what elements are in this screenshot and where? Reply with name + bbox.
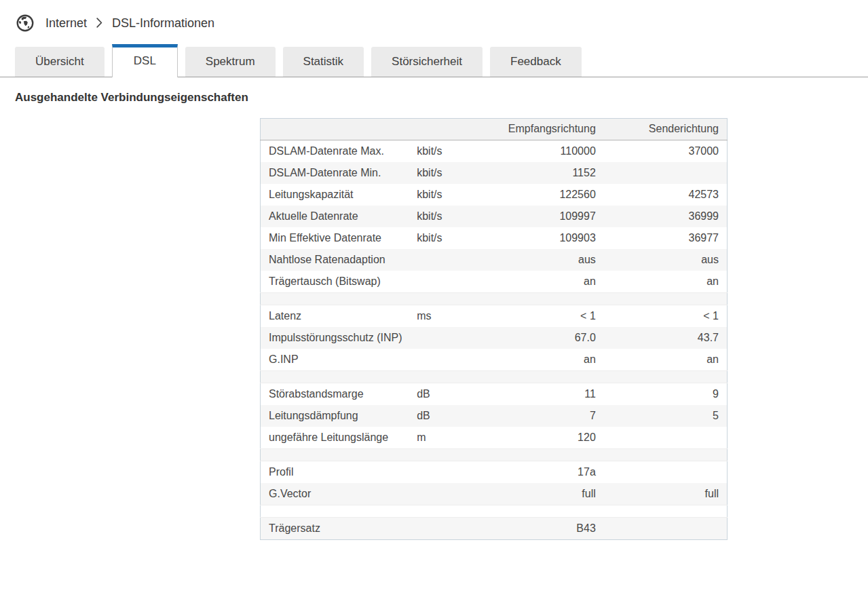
separator-cell [415, 505, 468, 518]
table-row: StörabstandsmargedB119 [261, 383, 728, 406]
row-value-tx [604, 162, 728, 184]
row-value-rx: 109903 [468, 227, 604, 249]
table-row: Trägertausch (Bitswap)anan [261, 271, 728, 293]
row-unit [415, 483, 468, 505]
row-label: Nahtlose Ratenadaption [261, 249, 416, 271]
row-value-rx: 7 [468, 405, 604, 427]
separator-cell [415, 449, 468, 461]
separator-cell [468, 505, 604, 518]
tab-bar: ÜbersichtDSLSpektrumStatistikStörsicherh… [0, 44, 868, 77]
separator-cell [261, 505, 416, 518]
separator-cell [604, 293, 728, 305]
column-header-parameter [261, 119, 416, 140]
separator-cell [415, 371, 468, 383]
table-row: Impulsstörungsschutz (INP)67.043.7 [261, 327, 728, 349]
row-unit [415, 461, 468, 484]
row-value-rx: 120 [468, 427, 604, 449]
row-value-tx: 5 [604, 405, 728, 427]
row-label: DSLAM-Datenrate Max. [261, 140, 416, 163]
table-row: Nahtlose Ratenadaptionausaus [261, 249, 728, 271]
separator-row [261, 505, 728, 518]
tab-spektrum[interactable]: Spektrum [185, 47, 276, 77]
breadcrumb: Internet DSL-Informationen [0, 0, 868, 32]
separator-cell [468, 449, 604, 461]
row-unit [415, 349, 468, 371]
table-row: Profil17a [261, 461, 728, 484]
table-row: G.Vectorfullfull [261, 483, 728, 505]
row-label: ungefähre Leitungslänge [261, 427, 416, 449]
row-value-rx: 122560 [468, 184, 604, 206]
row-value-tx: < 1 [604, 305, 728, 328]
table-header-row: Empfangsrichtung Senderichtung [261, 119, 728, 140]
row-value-rx: an [468, 271, 604, 293]
row-value-rx: aus [468, 249, 604, 271]
row-label: Min Effektive Datenrate [261, 227, 416, 249]
row-label: DSLAM-Datenrate Min. [261, 162, 416, 184]
row-value-rx: < 1 [468, 305, 604, 328]
row-value-tx [604, 427, 728, 449]
table-row: Aktuelle Datenratekbit/s10999736999 [261, 206, 728, 227]
row-value-rx: 109997 [468, 206, 604, 227]
separator-cell [604, 505, 728, 518]
tab-uebersicht[interactable]: Übersicht [15, 47, 105, 77]
row-label: Leitungsdämpfung [261, 405, 416, 427]
row-value-rx: 11 [468, 383, 604, 406]
separator-row [261, 371, 728, 383]
row-value-tx: an [604, 349, 728, 371]
row-label: Trägertausch (Bitswap) [261, 271, 416, 293]
row-unit: dB [415, 405, 468, 427]
separator-cell [261, 371, 416, 383]
row-unit: ms [415, 305, 468, 328]
row-unit: kbit/s [415, 184, 468, 206]
tab-statistik[interactable]: Statistik [283, 47, 364, 77]
tab-stoersicherheit[interactable]: Störsicherheit [371, 47, 483, 77]
table-row: Min Effektive Datenratekbit/s10990336977 [261, 227, 728, 249]
table-row: DSLAM-Datenrate Min.kbit/s1152 [261, 162, 728, 184]
row-value-tx [604, 518, 728, 540]
row-value-tx [604, 461, 728, 484]
tab-feedback[interactable]: Feedback [490, 47, 582, 77]
page: Internet DSL-Informationen ÜbersichtDSLS… [0, 0, 868, 540]
table-row: DSLAM-Datenrate Max.kbit/s11000037000 [261, 140, 728, 163]
row-unit [415, 327, 468, 349]
row-value-tx: 42573 [604, 184, 728, 206]
row-label: Leitungskapazität [261, 184, 416, 206]
separator-row [261, 449, 728, 461]
row-label: Störabstandsmarge [261, 383, 416, 406]
column-header-empfangsrichtung: Empfangsrichtung [468, 119, 604, 140]
table-row: TrägersatzB43 [261, 518, 728, 540]
row-label: G.Vector [261, 483, 416, 505]
row-value-tx: 37000 [604, 140, 728, 163]
row-unit [415, 518, 468, 540]
row-value-rx: 67.0 [468, 327, 604, 349]
separator-cell [261, 449, 416, 461]
table-row: LeitungsdämpfungdB75 [261, 405, 728, 427]
separator-cell [604, 371, 728, 383]
breadcrumb-item-internet[interactable]: Internet [45, 16, 87, 31]
row-value-rx: 110000 [468, 140, 604, 163]
row-unit: kbit/s [415, 140, 468, 163]
row-label: Trägersatz [261, 518, 416, 540]
row-unit: kbit/s [415, 162, 468, 184]
row-value-tx: 43.7 [604, 327, 728, 349]
row-value-tx: 36977 [604, 227, 728, 249]
separator-cell [604, 449, 728, 461]
row-label: G.INP [261, 349, 416, 371]
row-label: Aktuelle Datenrate [261, 206, 416, 227]
table-row: Leitungskapazitätkbit/s12256042573 [261, 184, 728, 206]
breadcrumb-item-dsl-informationen: DSL-Informationen [112, 16, 214, 31]
globe-icon [16, 14, 34, 32]
row-label: Impulsstörungsschutz (INP) [261, 327, 416, 349]
row-value-tx: aus [604, 249, 728, 271]
table-row: Latenzms< 1< 1 [261, 305, 728, 328]
section-title: Ausgehandelte Verbindungseigenschaften [15, 91, 868, 104]
row-value-rx: 1152 [468, 162, 604, 184]
connection-properties-table: Empfangsrichtung Senderichtung DSLAM-Dat… [260, 118, 728, 540]
row-value-rx: B43 [468, 518, 604, 540]
row-label: Latenz [261, 305, 416, 328]
tab-dsl[interactable]: DSL [112, 44, 178, 77]
row-unit: kbit/s [415, 227, 468, 249]
column-header-senderichtung: Senderichtung [604, 119, 728, 140]
row-unit [415, 271, 468, 293]
table-row: ungefähre Leitungslängem120 [261, 427, 728, 449]
